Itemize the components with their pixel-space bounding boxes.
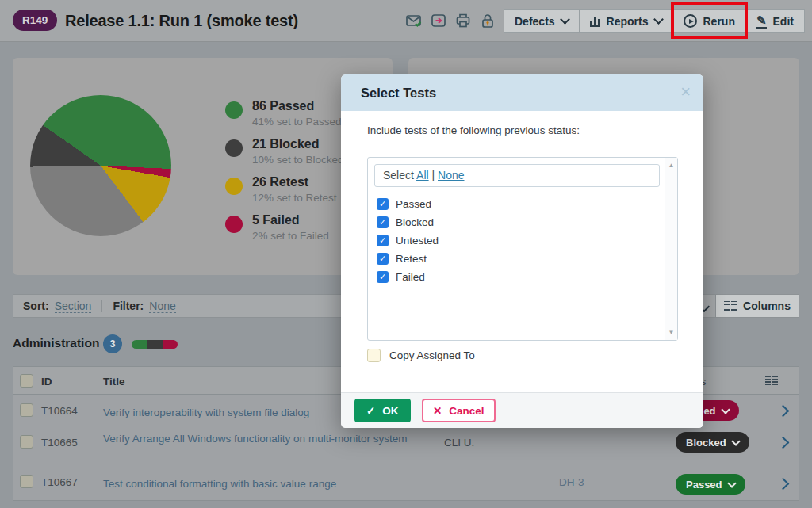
checkbox-unchecked[interactable] — [367, 349, 381, 362]
scrollbar[interactable]: ▲ ▼ — [665, 158, 677, 340]
lock-icon[interactable] — [479, 12, 496, 29]
status-option-row: ✓ Retest — [377, 250, 427, 268]
dialog-instruction: Include tests of the following previous … — [367, 124, 580, 136]
dialog-title: Select Tests — [361, 74, 436, 111]
divider — [102, 300, 102, 312]
title-column-header: Title — [103, 376, 125, 388]
retest-legend-dot — [225, 178, 243, 195]
legend-subtitle: 2% set to Failed — [252, 230, 329, 242]
id-column-header: ID — [41, 376, 52, 388]
copy-assigned-label: Copy Assigned To — [389, 349, 475, 361]
select-none-link[interactable]: None — [438, 169, 464, 181]
cancel-button-label: Cancel — [449, 405, 484, 417]
legend-subtitle: 12% set to Retest — [252, 192, 337, 204]
select-label: Select — [383, 169, 414, 181]
sort-filter-controls: Sort: Section Filter: None — [23, 295, 176, 317]
row-chevron-right-icon[interactable] — [777, 478, 790, 491]
table-columns-icon[interactable] — [765, 376, 778, 386]
legend-title: 26 Retest — [252, 175, 308, 189]
checkbox-checked-icon[interactable]: ✓ — [377, 235, 389, 246]
filter-value-link[interactable]: None — [149, 300, 175, 313]
status-option-label: Failed — [396, 271, 425, 283]
scroll-up-icon[interactable]: ▲ — [665, 162, 677, 169]
chevron-down-icon — [560, 14, 570, 25]
edit-button[interactable]: ✎ Edit — [745, 9, 805, 33]
print-icon[interactable] — [454, 12, 472, 29]
legend-subtitle: 41% set to Passed — [252, 116, 342, 128]
checkbox-checked-icon[interactable]: ✓ — [377, 198, 389, 210]
status-pill-passed[interactable]: Passed — [676, 474, 745, 495]
edit-button-label: Edit — [773, 15, 794, 28]
bar-chart-icon — [590, 15, 600, 27]
defects-button-label: Defects — [515, 15, 555, 28]
cancel-button[interactable]: ✕ Cancel — [422, 399, 496, 422]
section-title: Administration — [13, 336, 99, 350]
checkbox-checked-icon[interactable]: ✓ — [377, 253, 389, 265]
columns-button[interactable]: Columns — [715, 295, 799, 317]
filter-label: Filter: — [113, 300, 144, 312]
select-divider: | — [432, 169, 435, 181]
results-pie-chart — [30, 95, 171, 236]
table-row: T10667 Test conditional formatting with … — [13, 464, 799, 501]
checkbox-checked-icon[interactable]: ✓ — [377, 216, 389, 228]
test-id: T10665 — [41, 437, 78, 449]
select-tests-dialog: Select Tests × Include tests of the foll… — [341, 74, 703, 428]
status-option-row: ✓ Untested — [377, 231, 439, 250]
status-option-row: ✓ Blocked — [377, 213, 434, 231]
chevron-down-icon — [727, 479, 736, 487]
progress-passed-segment — [132, 340, 147, 349]
checkbox-checked-icon[interactable]: ✓ — [377, 271, 389, 283]
test-id: T10664 — [41, 405, 78, 417]
dialog-header: Select Tests × — [341, 74, 703, 111]
blocked-legend-dot — [225, 139, 243, 157]
row-chevron-right-icon[interactable] — [777, 437, 790, 449]
legend-subtitle: 10% set to Blocked — [252, 154, 344, 166]
status-pill-blocked[interactable]: Blocked — [676, 432, 749, 453]
cross-icon: ✕ — [433, 404, 442, 417]
select-all-link[interactable]: All — [416, 169, 429, 181]
status-option-row: ✓ Failed — [377, 268, 425, 286]
export-icon[interactable] — [430, 12, 447, 29]
test-title-link[interactable]: Verify Arrange All Windows functionality… — [103, 431, 439, 447]
ok-button-label: OK — [382, 405, 398, 417]
pencil-icon: ✎ — [756, 14, 767, 29]
status-option-label: Untested — [396, 235, 439, 246]
sort-value-link[interactable]: Section — [55, 300, 92, 313]
status-option-label: Blocked — [396, 216, 434, 228]
select-all-none-row: Select All | None — [374, 164, 660, 187]
status-pill-label: Passed — [686, 479, 722, 491]
failed-legend-dot — [225, 216, 243, 233]
row-checkbox[interactable] — [20, 403, 33, 417]
row-checkbox[interactable] — [20, 475, 33, 488]
summary-panel-left: 86 Passed 41% set to Passed 21 Blocked 1… — [13, 58, 393, 275]
select-all-checkbox[interactable] — [20, 374, 33, 388]
defects-button[interactable]: Defects — [504, 9, 580, 33]
header-icon-row — [405, 12, 496, 29]
chevron-down-icon — [731, 437, 740, 445]
columns-icon — [724, 301, 737, 311]
check-icon: ✓ — [366, 404, 375, 417]
row-checkbox[interactable] — [20, 435, 33, 449]
defect-link[interactable]: DH-3 — [559, 476, 584, 488]
legend-title: 21 Blocked — [252, 137, 319, 151]
table-row: T10665 Verify Arrange All Windows functi… — [13, 426, 799, 464]
legend-title: 5 Failed — [252, 213, 300, 227]
close-icon[interactable]: × — [680, 82, 691, 102]
legend-title: 86 Passed — [252, 99, 314, 113]
sort-label: Sort: — [23, 300, 49, 312]
progress-failed-segment — [163, 340, 178, 349]
email-notification-icon[interactable] — [405, 12, 423, 29]
chevron-down-icon — [721, 405, 730, 414]
dialog-footer: ✓ OK ✕ Cancel — [341, 392, 703, 428]
status-option-label: Retest — [396, 253, 427, 265]
scroll-down-icon[interactable]: ▼ — [665, 329, 677, 336]
progress-blocked-segment — [147, 340, 163, 349]
test-id: T10667 — [41, 476, 78, 488]
page-title: Release 1.1: Run 1 (smoke test) — [65, 0, 298, 41]
reports-button[interactable]: Reports — [579, 9, 673, 33]
test-title-link[interactable]: Test conditional formatting with basic v… — [103, 476, 439, 492]
row-chevron-right-icon[interactable] — [777, 405, 790, 418]
rerun-highlight-annotation — [671, 2, 748, 39]
status-option-row: ✓ Passed — [377, 195, 431, 213]
ok-button[interactable]: ✓ OK — [354, 399, 411, 422]
